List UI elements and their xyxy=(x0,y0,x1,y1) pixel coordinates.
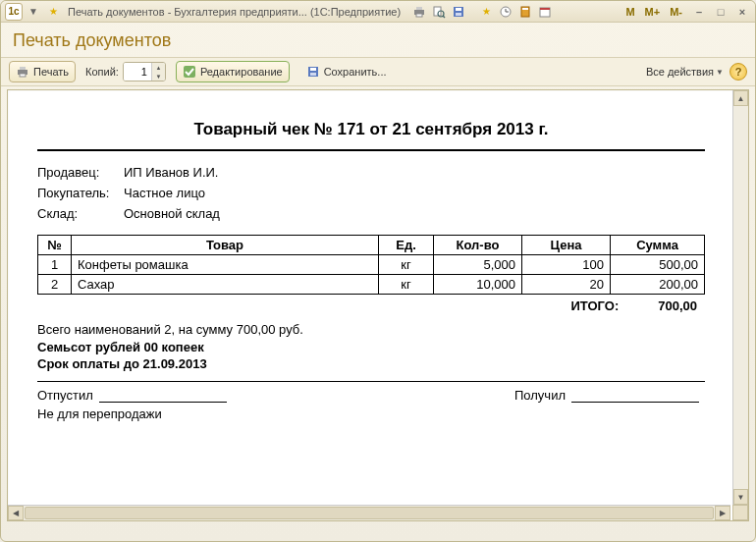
summary-count: Всего наименований 2, на сумму 700,00 ру… xyxy=(37,321,705,339)
received-label: Получил xyxy=(514,388,566,403)
all-actions-dropdown[interactable]: Все действия ▼ xyxy=(646,66,724,78)
scroll-right-button[interactable]: ▶ xyxy=(715,506,730,520)
cell-sum: 500,00 xyxy=(611,255,705,275)
calculator-icon[interactable] xyxy=(516,3,534,21)
col-price: Цена xyxy=(522,236,611,255)
no-resale-note: Не для перепродажи xyxy=(37,406,705,421)
svg-rect-15 xyxy=(540,8,550,10)
print-button[interactable]: Печать xyxy=(9,61,76,82)
col-sum: Сумма xyxy=(611,236,705,255)
cell-sum: 200,00 xyxy=(611,275,705,295)
memory-mplus-button[interactable]: M+ xyxy=(641,3,665,21)
total-label: ИТОГО: xyxy=(571,298,620,313)
copies-input[interactable] xyxy=(124,63,151,81)
svg-rect-2 xyxy=(416,14,422,17)
warehouse-value: Основной склад xyxy=(124,206,220,221)
copies-label: Копий: xyxy=(85,66,119,78)
svg-rect-17 xyxy=(20,67,26,70)
page-title: Печать документов xyxy=(1,23,755,57)
preview-icon[interactable] xyxy=(430,3,448,21)
cell-num: 1 xyxy=(38,255,72,275)
diskette-icon xyxy=(306,65,320,79)
scroll-up-button[interactable]: ▲ xyxy=(733,90,748,106)
save-icon[interactable] xyxy=(450,3,467,21)
col-unit: Ед. xyxy=(379,236,434,255)
receipt-title: Товарный чек № 171 от 21 сентября 2013 г… xyxy=(37,106,705,149)
col-num: № xyxy=(38,236,72,255)
svg-rect-21 xyxy=(310,68,316,71)
divider xyxy=(37,381,705,382)
received-sign-line xyxy=(571,402,699,403)
col-qty: Кол-во xyxy=(434,236,522,255)
buyer-value: Частное лицо xyxy=(124,186,205,200)
horizontal-scrollbar[interactable]: ◀ ▶ xyxy=(8,505,730,520)
cell-name: Конфеты ромашка xyxy=(72,255,379,275)
summary-due: Срок оплаты до 21.09.2013 xyxy=(37,355,705,373)
calendar-icon[interactable] xyxy=(536,3,554,21)
memory-m-button[interactable]: M xyxy=(621,3,638,21)
svg-rect-1 xyxy=(416,7,422,10)
col-name: Товар xyxy=(72,236,379,255)
memory-mminus-button[interactable]: M- xyxy=(666,3,686,21)
print-button-label: Печать xyxy=(33,66,69,78)
svg-rect-22 xyxy=(310,73,316,76)
released-label: Отпустил xyxy=(37,388,93,403)
svg-rect-7 xyxy=(456,8,461,11)
toolbar: Печать Копий: ▲ ▼ Редактирование Сохрани… xyxy=(1,57,755,86)
save-button[interactable]: Сохранить... xyxy=(299,61,394,82)
svg-rect-13 xyxy=(522,8,528,10)
divider xyxy=(37,149,705,151)
edit-check-icon xyxy=(183,65,196,79)
edit-button-label: Редактирование xyxy=(200,66,283,78)
cell-num: 2 xyxy=(38,275,72,295)
buyer-label: Покупатель: xyxy=(37,186,116,200)
chevron-down-icon: ▼ xyxy=(716,68,724,77)
cell-qty: 5,000 xyxy=(434,255,522,275)
copies-control: Копий: ▲ ▼ xyxy=(85,62,166,81)
scroll-corner xyxy=(732,505,748,520)
items-table: № Товар Ед. Кол-во Цена Сумма 1Конфеты р… xyxy=(37,235,705,295)
document-paper: Товарный чек № 171 от 21 сентября 2013 г… xyxy=(8,96,734,441)
cell-name: Сахар xyxy=(72,275,379,295)
window-title: Печать документов - Бухгалтерия предприя… xyxy=(64,6,408,18)
cell-qty: 10,000 xyxy=(434,275,522,295)
svg-rect-8 xyxy=(456,13,461,16)
clock-icon[interactable] xyxy=(497,3,514,21)
app-1c-icon: 1c xyxy=(5,3,23,21)
table-row: 2Сахаркг10,00020200,00 xyxy=(38,275,705,295)
seller-value: ИП Иванов И.И. xyxy=(124,165,218,180)
maximize-button[interactable]: □ xyxy=(712,4,729,20)
scroll-track[interactable] xyxy=(733,106,748,489)
history-dropdown-icon[interactable]: ▼ xyxy=(25,3,42,21)
edit-toggle-button[interactable]: Редактирование xyxy=(176,61,290,82)
released-sign-line xyxy=(99,402,227,403)
help-button[interactable]: ? xyxy=(729,63,747,81)
copies-up[interactable]: ▲ xyxy=(152,63,165,72)
scroll-down-button[interactable]: ▼ xyxy=(733,489,748,505)
star-icon[interactable]: ★ xyxy=(477,3,495,21)
save-button-label: Сохранить... xyxy=(324,66,387,78)
warehouse-label: Склад: xyxy=(37,206,116,221)
document-viewport: Товарный чек № 171 от 21 сентября 2013 г… xyxy=(7,89,749,521)
copies-down[interactable]: ▼ xyxy=(152,72,165,81)
table-row: 1Конфеты ромашкакг5,000100500,00 xyxy=(38,255,705,275)
svg-rect-18 xyxy=(20,74,26,77)
svg-line-5 xyxy=(443,16,445,18)
svg-rect-19 xyxy=(184,66,195,78)
copies-spinner[interactable]: ▲ ▼ xyxy=(123,62,166,81)
total-value: 700,00 xyxy=(658,298,697,313)
minimize-button[interactable]: – xyxy=(690,4,708,20)
print-icon[interactable] xyxy=(410,3,428,21)
cell-price: 100 xyxy=(522,255,611,275)
favorite-star-icon[interactable]: ★ xyxy=(44,3,62,21)
cell-unit: кг xyxy=(379,275,434,295)
scroll-thumb[interactable] xyxy=(25,507,714,519)
vertical-scrollbar[interactable]: ▲ ▼ xyxy=(732,90,748,505)
scroll-left-button[interactable]: ◀ xyxy=(8,506,24,520)
seller-label: Продавец: xyxy=(37,165,116,180)
window-titlebar: 1c ▼ ★ Печать документов - Бухгалтерия п… xyxy=(1,1,755,23)
summary-words: Семьсот рублей 00 копеек xyxy=(37,339,705,356)
cell-unit: кг xyxy=(379,255,434,275)
cell-price: 20 xyxy=(522,275,611,295)
close-button[interactable]: × xyxy=(733,4,751,20)
